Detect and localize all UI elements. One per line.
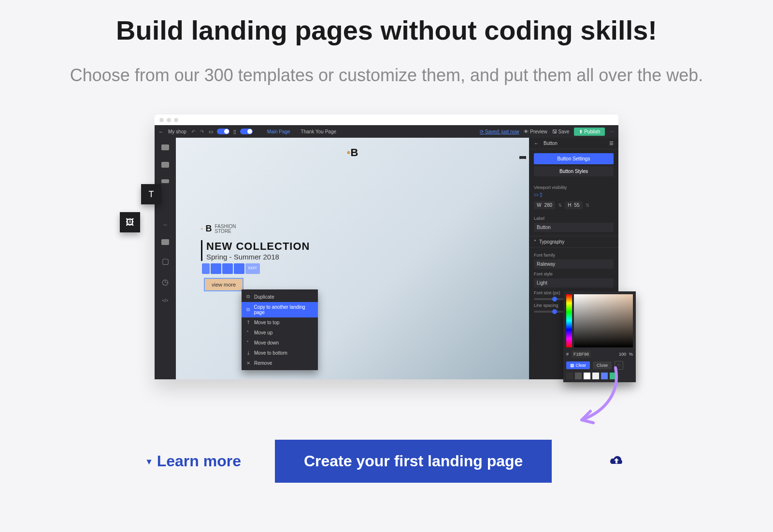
learn-more-link[interactable]: ▾ Learn more — [147, 452, 241, 470]
typography-toggle[interactable]: ˄ Typography — [529, 236, 618, 248]
move-handle-icon[interactable] — [202, 263, 210, 274]
delete-btn-icon[interactable] — [234, 263, 244, 274]
hero-headline: Build landing pages without coding skill… — [116, 14, 657, 46]
create-landing-page-button[interactable]: Create your first landing page — [275, 440, 552, 483]
font-family-select[interactable]: Raleway — [534, 259, 614, 269]
text-tool-icon[interactable]: T — [141, 184, 161, 204]
width-input[interactable]: W 280 — [534, 201, 555, 209]
rail-form-icon[interactable]: ◦◦ — [163, 222, 167, 228]
saved-status[interactable]: ⟳ Saved: just now — [480, 129, 519, 134]
left-rail: ◦◦ ▢ ◷ </> — [155, 138, 176, 379]
height-input[interactable]: H 55 — [565, 201, 582, 209]
window-dot — [159, 118, 164, 122]
swatch[interactable] — [610, 373, 616, 379]
context-menu-item[interactable]: ˅Move down — [242, 338, 318, 348]
collapse-handle-icon[interactable]: — — [519, 156, 526, 159]
context-menu-item[interactable]: ⤒Move to top — [242, 317, 318, 328]
swatch[interactable] — [601, 373, 608, 379]
tab-main-page[interactable]: Main Page — [267, 129, 290, 134]
hex-input[interactable]: F1BF98 — [572, 350, 591, 358]
desktop-icon[interactable]: ▭ — [209, 129, 213, 134]
height-stepper-icon[interactable]: ⇅ — [586, 202, 589, 208]
upload-cloud-icon[interactable] — [607, 452, 626, 471]
brand-label: •BFASHION STORE — [201, 224, 236, 234]
rail-video-icon[interactable] — [161, 239, 169, 245]
tab-button-styles[interactable]: Button Styles — [534, 166, 614, 176]
swatch[interactable] — [592, 373, 599, 379]
view-more-button[interactable]: view more — [204, 278, 243, 291]
viewport-label: Viewport visibility — [534, 185, 614, 190]
favorite-button[interactable]: ♡ — [615, 361, 623, 370]
hero-subhead: Choose from our 300 templates or customi… — [70, 65, 703, 86]
rail-timer-icon[interactable]: ◷ — [162, 277, 169, 287]
mobile-toggle[interactable] — [240, 129, 253, 134]
rail-section-icon[interactable] — [161, 144, 169, 150]
font-style-select[interactable]: Light — [534, 278, 614, 288]
caret-down-icon: ▾ — [147, 456, 151, 467]
opacity-pct: % — [629, 352, 633, 357]
back-arrow-icon[interactable]: ← — [158, 129, 163, 134]
collection-heading: NEW COLLECTION Spring - Summer 2018 — [201, 240, 310, 261]
selection-toolbar: EDIT — [202, 263, 260, 274]
window-dot — [174, 118, 178, 122]
save-button[interactable]: 🖫 Save — [552, 129, 570, 134]
canvas[interactable]: •B •BFASHION STORE NEW COLLECTION Spring… — [176, 138, 529, 379]
context-menu: ⧉Duplicate⧉Copy to another landing page⤒… — [242, 289, 318, 370]
swatch[interactable] — [566, 373, 573, 379]
rail-box-icon[interactable] — [161, 179, 169, 183]
context-menu-item[interactable]: ⤓Move to bottom — [242, 348, 318, 358]
viewport-desktop-icon[interactable]: ▭ — [534, 192, 538, 197]
context-menu-item[interactable]: ✕Remove — [242, 358, 318, 368]
mobile-icon[interactable]: ▯ — [233, 129, 236, 134]
font-family-label: Font family — [534, 253, 614, 258]
clear-button[interactable]: ▦ Clear — [566, 361, 590, 369]
edit-chip[interactable]: EDIT — [245, 263, 260, 274]
undo-icon[interactable]: ↶ — [191, 129, 195, 134]
more-icon[interactable]: ⋯ — [610, 129, 615, 134]
footer-actions: ▾ Learn more Create your first landing p… — [147, 440, 627, 483]
tab-thank-you[interactable]: Thank You Page — [301, 129, 336, 134]
close-button[interactable]: Close — [593, 361, 612, 369]
window-titlebar — [155, 115, 618, 125]
context-menu-item[interactable]: ⧉Copy to another landing page — [242, 302, 318, 317]
opacity-value[interactable]: 100 — [619, 352, 626, 357]
tab-button-settings[interactable]: Button Settings — [534, 153, 614, 164]
rail-row-icon[interactable] — [161, 162, 169, 168]
viewport-mobile-icon[interactable]: ▯ — [540, 192, 543, 197]
hex-hash: # — [566, 352, 569, 357]
rail-shape-icon[interactable]: ▢ — [162, 257, 169, 266]
context-menu-item[interactable]: ˄Move up — [242, 328, 318, 338]
redo-icon[interactable]: ↷ — [200, 129, 204, 134]
preview-button[interactable]: 👁 Preview — [524, 129, 547, 134]
swatch[interactable] — [575, 373, 582, 379]
swatches — [566, 373, 633, 379]
rail-code-icon[interactable]: </> — [162, 298, 168, 303]
window-dot — [167, 118, 171, 122]
publish-button[interactable]: ⬆ Publish — [574, 128, 605, 136]
settings-btn-icon[interactable] — [211, 263, 221, 274]
brand-logo: •B — [347, 146, 358, 159]
saturation-value-field[interactable] — [574, 294, 633, 347]
hue-slider[interactable] — [566, 294, 572, 347]
panel-title: Button — [544, 141, 558, 146]
editor-window: ← My shop ↶ ↷ ▭ ▯ Main Page Thank You Pa… — [155, 115, 618, 379]
swatch[interactable] — [584, 373, 590, 379]
project-name[interactable]: My shop — [168, 129, 186, 134]
chevron-up-icon: ˄ — [534, 239, 536, 244]
context-menu-item[interactable]: ⧉Duplicate — [242, 291, 318, 302]
color-picker: # F1BF98 100 % ▦ Clear Close ♡ — [563, 291, 636, 382]
panel-back-icon[interactable]: ← — [534, 141, 539, 146]
font-style-label: Font style — [534, 272, 614, 276]
label-input[interactable]: Button — [534, 223, 614, 232]
editor-topbar: ← My shop ↶ ↷ ▭ ▯ Main Page Thank You Pa… — [155, 125, 618, 138]
duplicate-btn-icon[interactable] — [222, 263, 233, 274]
image-tool-icon[interactable]: 🖼 — [120, 212, 140, 232]
desktop-toggle[interactable] — [217, 129, 229, 134]
panel-list-icon[interactable]: ☰ — [609, 141, 614, 146]
width-stepper-icon[interactable]: ⇅ — [558, 202, 562, 208]
label-label: Label — [534, 216, 614, 221]
